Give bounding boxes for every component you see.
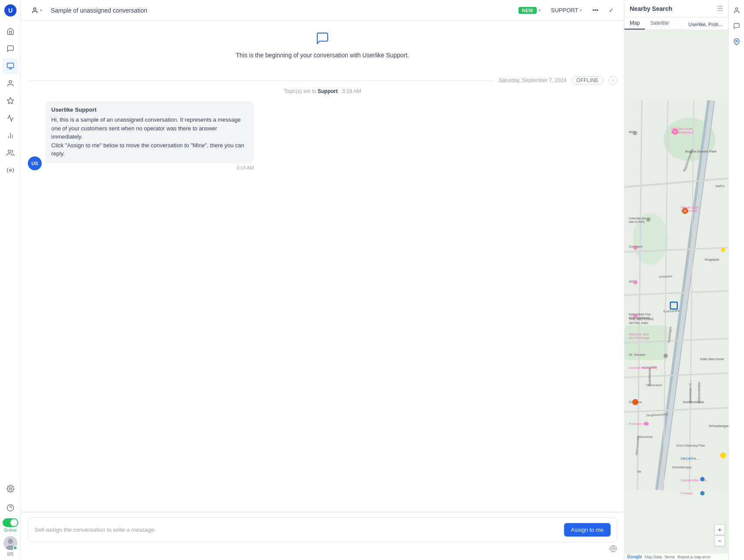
- chat-count: 0/5: [7, 552, 13, 557]
- user-icon-btn[interactable]: ▾: [28, 5, 46, 16]
- svg-point-90: [632, 399, 638, 405]
- input-placeholder: Self-assign the conversation to write a …: [34, 527, 559, 533]
- more-options-btn[interactable]: •••: [589, 5, 602, 15]
- app-logo[interactable]: U: [3, 3, 17, 17]
- svg-point-16: [8, 539, 13, 544]
- topic-line: Topic(s) set to Support. 3:18 AM: [28, 88, 617, 94]
- left-sidebar: U Online: [0, 0, 21, 560]
- sidebar-item-analytics[interactable]: [3, 128, 18, 143]
- user-avatar-container[interactable]: [3, 536, 17, 550]
- panel-header: Nearby Search ☰: [624, 0, 728, 17]
- sidebar-item-inbox[interactable]: [3, 58, 18, 74]
- support-topic-btn[interactable]: SUPPORT ▾: [548, 5, 586, 15]
- rs-person-icon[interactable]: [730, 3, 744, 17]
- assign-to-me-button[interactable]: Assign to me: [564, 523, 611, 537]
- online-toggle[interactable]: Online: [3, 518, 18, 533]
- topic-label: SUPPORT: [551, 7, 578, 13]
- svg-text:Norbert­straße: Norbert­straße: [683, 400, 704, 404]
- svg-text:ibe: ibe: [629, 130, 633, 133]
- panel-title: Nearby Search: [630, 5, 672, 12]
- sidebar-bottom: Online 0/5: [3, 480, 18, 557]
- sidebar-item-home[interactable]: [3, 23, 18, 39]
- map-footer: Google Map Data Terms Report a map error: [624, 553, 728, 560]
- new-badge: NEW: [518, 7, 537, 14]
- badge-chevron: ▾: [538, 8, 541, 13]
- header-actions: NEW ▾ SUPPORT ▾ ••• ✓: [515, 5, 617, 16]
- resolve-btn[interactable]: ✓: [605, 5, 617, 15]
- svg-text:August-Sander-Park: August-Sander-Park: [685, 149, 716, 153]
- svg-point-96: [720, 452, 726, 458]
- svg-text:stor Filmlounge: stor Filmlounge: [629, 336, 650, 340]
- sidebar-item-ai[interactable]: [3, 93, 18, 109]
- report-label[interactable]: Report a map error: [678, 555, 711, 559]
- message-row: US Userlike Support Hi, this is a sample…: [28, 101, 617, 170]
- google-logo: Google: [627, 554, 642, 559]
- message-text: Hi, this is a sample of an unassigned co…: [51, 116, 248, 158]
- map-svg[interactable]: Maybachstraße Erftstraße Kyotostraße Han…: [624, 30, 728, 560]
- svg-marker-6: [7, 98, 13, 104]
- svg-text:Residenz- Eine: Residenz- Eine: [629, 333, 649, 336]
- panel-menu-icon[interactable]: ☰: [717, 4, 723, 13]
- svg-point-85: [646, 217, 651, 222]
- map-tabs: Map Satellite Userlike, Probsteige: [624, 17, 728, 30]
- message-sender: Userlike Support: [51, 106, 248, 113]
- svg-text:Hotel Motel One: Hotel Motel One: [629, 313, 651, 316]
- right-panel: Nearby Search ☰ Map Satellite Userlike, …: [624, 0, 728, 560]
- svg-text:HOTEL Köln: HOTEL Köln: [629, 321, 648, 325]
- svg-point-91: [644, 421, 648, 426]
- map-tab-satellite[interactable]: Satellite: [645, 17, 674, 30]
- svg-point-88: [633, 314, 638, 318]
- toggle-pill[interactable]: [3, 518, 18, 527]
- topic-chevron: ▾: [580, 8, 582, 13]
- svg-text:H: H: [684, 209, 687, 213]
- svg-text:Edith-Stein-Denkr: Edith-Stein-Denkr: [700, 358, 724, 361]
- sidebar-item-help[interactable]: [3, 500, 18, 516]
- svg-text:Klingelpütz: Klingelpütz: [704, 258, 720, 262]
- svg-point-97: [735, 8, 737, 10]
- offline-badge: OFFLINE: [571, 76, 603, 85]
- right-sidebar: [728, 0, 744, 560]
- svg-text:Steinfelder G...: Steinfelder G...: [688, 380, 692, 403]
- zoom-out-btn[interactable]: −: [714, 536, 725, 546]
- svg-text:St. Gereon: St. Gereon: [629, 353, 645, 357]
- zoom-in-btn[interactable]: +: [714, 524, 725, 535]
- sidebar-item-campaigns[interactable]: [3, 110, 18, 126]
- main-content: ▾ Sample of unassigned conversation NEW …: [21, 0, 624, 560]
- terms-label[interactable]: Terms: [664, 555, 675, 559]
- svg-text:Erich-Klibansky-Platz: Erich-Klibansky-Platz: [677, 444, 705, 447]
- rs-chat-icon[interactable]: [730, 19, 744, 33]
- badge-new-btn[interactable]: NEW ▾: [515, 5, 544, 16]
- language-icon[interactable]: [609, 545, 617, 555]
- svg-rect-2: [7, 63, 13, 68]
- message-content: Userlike Support Hi, this is a sample of…: [45, 101, 254, 170]
- chat-input-area: Self-assign the conversation to write a …: [21, 512, 624, 560]
- conversation-title: Sample of unassigned conversation: [51, 7, 510, 14]
- sidebar-item-contacts[interactable]: [3, 76, 18, 91]
- message-bubble: Userlike Support Hi, this is a sample of…: [45, 101, 254, 163]
- svg-point-93: [700, 491, 704, 496]
- svg-text:U: U: [8, 7, 12, 14]
- sidebar-item-team[interactable]: [3, 145, 18, 161]
- rs-location-icon[interactable]: [730, 35, 744, 49]
- conversation-header: ▾ Sample of unassigned conversation NEW …: [21, 0, 624, 21]
- svg-text:Mohrenstraße: Mohrenstraße: [697, 381, 701, 403]
- svg-point-18: [33, 8, 36, 10]
- svg-point-84: [633, 131, 637, 135]
- svg-text:Primark: Primark: [681, 491, 692, 495]
- svg-text:Schwalbengas: Schwalbengas: [672, 466, 692, 469]
- map-tab-map[interactable]: Map: [624, 17, 645, 30]
- online-label: Online: [4, 528, 17, 533]
- info-icon[interactable]: i: [608, 76, 617, 85]
- svg-text:Schwalbengas: Schwalbengas: [709, 424, 728, 428]
- map-container: Map Satellite Userlike, Probsteige: [624, 17, 728, 560]
- more-icon: •••: [592, 7, 598, 13]
- date-divider: Saturday, September 7, 2024 OFFLINE i: [28, 76, 617, 85]
- input-footer: [28, 542, 617, 555]
- svg-point-87: [633, 280, 638, 285]
- map-data-label[interactable]: Map Data: [644, 555, 661, 559]
- message-avatar: US: [28, 156, 42, 170]
- svg-point-5: [9, 80, 12, 83]
- sidebar-item-integrations[interactable]: [3, 162, 18, 178]
- sidebar-item-settings[interactable]: [3, 481, 18, 497]
- sidebar-item-chat[interactable]: [3, 41, 18, 56]
